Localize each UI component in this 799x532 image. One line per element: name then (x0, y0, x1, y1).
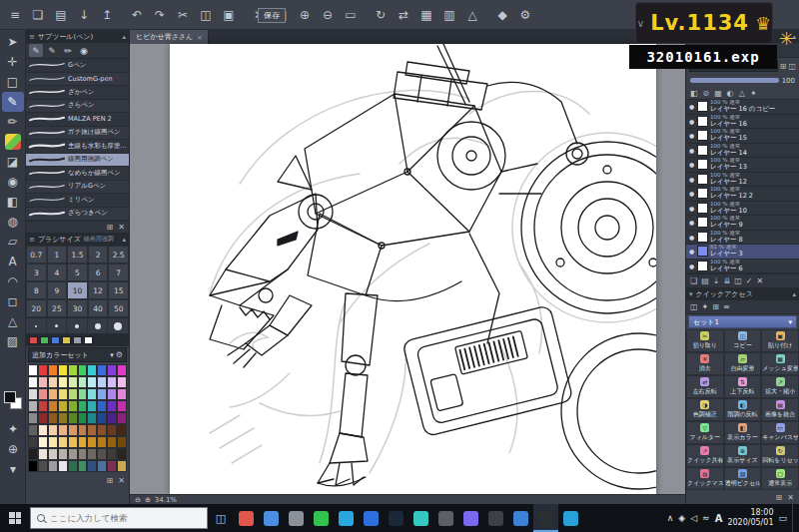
tray-chevron-icon[interactable]: ∧ (667, 513, 674, 523)
color-swatch[interactable] (68, 388, 78, 400)
taskbar-app-6[interactable] (359, 504, 384, 532)
color-swatch[interactable] (58, 376, 68, 388)
quick-access-item-tone-correction[interactable]: ◑色調補正 (686, 398, 724, 421)
color-swatch[interactable] (38, 460, 48, 472)
brush-size-cell[interactable]: 4 (47, 264, 68, 281)
quick-access-item-display-color[interactable]: ◧表示カラー (724, 421, 762, 444)
taskbar-app-2[interactable] (259, 504, 284, 532)
color-swatch[interactable] (48, 412, 58, 424)
brush-size-cell[interactable]: 30 (67, 299, 88, 317)
paste-button[interactable]: ▣ (218, 4, 240, 26)
color-swatch[interactable] (28, 376, 38, 388)
transfer-down-icon[interactable]: ⇣ (713, 276, 720, 285)
figure-tool[interactable]: ▱ (2, 232, 24, 252)
color-swatch[interactable] (107, 400, 117, 412)
layer-visibility-icon[interactable]: ● (688, 118, 695, 125)
quick-access-item-invert-tone[interactable]: ◐階調の反転 (724, 398, 762, 421)
subtool-pen-item[interactable]: 線画用強調ペン (26, 154, 129, 168)
color-set-tab[interactable] (40, 336, 49, 344)
brush-size-cell[interactable]: 2 (88, 246, 109, 264)
task-view-button[interactable]: ◫ (208, 504, 234, 532)
subtool-pen-item[interactable]: さらペン (26, 100, 129, 114)
color-swatch[interactable] (97, 412, 107, 424)
undo-button[interactable]: ↶ (126, 4, 148, 26)
text-tool[interactable]: A (2, 252, 24, 271)
lock-alpha-icon[interactable]: ▦ (714, 89, 722, 98)
brush-size-cell[interactable]: 40 (88, 299, 109, 317)
brush-size-cell[interactable]: 25 (47, 299, 68, 317)
layer-option-button[interactable]: ◫ (788, 62, 796, 71)
quick-access-item-flip-horizontal[interactable]: ⇄左右反転 (686, 375, 724, 398)
tray-icon-1[interactable]: ◈ (678, 513, 685, 523)
network-icon[interactable]: ≈ (702, 513, 710, 523)
document-tab[interactable]: ヒビかせ青ささん ✕ (130, 30, 209, 44)
color-swatch[interactable] (48, 388, 58, 400)
color-swatch[interactable] (117, 460, 127, 472)
taskbar-app-9[interactable] (433, 504, 458, 532)
color-swatch[interactable] (87, 376, 97, 388)
quick-access-item-erase[interactable]: ✕消去 (686, 352, 724, 375)
color-swatch[interactable] (97, 376, 107, 388)
menu-icon[interactable]: ≡ (29, 236, 35, 244)
taskbar-app-8[interactable] (408, 504, 433, 532)
foreground-color-swatch[interactable] (4, 391, 16, 403)
color-swatch[interactable] (117, 400, 127, 412)
color-swatch[interactable] (38, 364, 48, 376)
brush-size-cell[interactable]: 7 (108, 264, 129, 281)
color-swatch[interactable] (107, 376, 117, 388)
color-set-tab[interactable] (84, 336, 93, 344)
quick-access-item-view-size[interactable]: ⊕表示サイズ (724, 444, 762, 467)
brush-size-cell[interactable]: 12 (88, 281, 109, 299)
eraser-tool[interactable]: ◪ (2, 152, 24, 172)
redo-button[interactable]: ↷ (149, 4, 171, 26)
collapse-toolbar[interactable]: ▾ (2, 459, 24, 479)
fill-tool[interactable]: ◧ (2, 192, 24, 212)
color-swatch[interactable] (58, 460, 68, 472)
add-item-icon[interactable]: ⊞ (776, 493, 783, 502)
quick-access-set-select[interactable]: セット1 ▾ (688, 315, 797, 328)
brush-size-cell[interactable]: 9 (47, 281, 68, 299)
quick-access-item-flatten-image[interactable]: ▤画像を統合 (761, 398, 799, 421)
color-set-tab[interactable] (51, 336, 60, 344)
zoom-in-button[interactable]: ⊕ (294, 4, 316, 26)
brush-size-cell[interactable]: 1.5 (67, 246, 88, 264)
brush-size-cell[interactable]: 2.5 (108, 246, 129, 264)
delete-item-icon[interactable]: ✕ (787, 493, 794, 502)
selection-tool[interactable]: □ (2, 72, 24, 92)
color-swatch[interactable] (78, 364, 88, 376)
subtool-pen-item[interactable]: 主線も水彩も厚塗りも一本ですむペン (26, 140, 129, 154)
collapse-icon[interactable]: ▴ (792, 290, 796, 298)
color-swatch[interactable] (97, 388, 107, 400)
fit-to-screen-button[interactable]: ▭ (340, 4, 362, 26)
subtool-pen-item[interactable]: なめらか線画ペン (26, 167, 129, 181)
color-swatch[interactable] (117, 364, 127, 376)
drawing-canvas[interactable] (170, 44, 656, 494)
eyedropper-tool[interactable]: ✦ (2, 419, 24, 439)
grid-button[interactable]: ▦ (415, 4, 437, 26)
taskbar-search-box[interactable] (30, 507, 208, 529)
color-swatch[interactable] (28, 436, 38, 448)
layer-row[interactable]: ●100 % 通常レイヤー 12 (686, 173, 799, 188)
color-swatch[interactable] (87, 448, 97, 460)
cut-button[interactable]: ✂ (172, 4, 194, 26)
quick-access-tab-1[interactable]: ◫ (690, 302, 698, 311)
color-swatch[interactable] (48, 400, 58, 412)
brush-size-cell[interactable]: 3 (26, 264, 47, 281)
color-swatch[interactable] (58, 400, 68, 412)
taskbar-app-14[interactable] (558, 504, 583, 532)
color-swatch[interactable] (68, 424, 78, 436)
subtool-pen-item[interactable]: Gペン (26, 59, 129, 73)
zoom-tool[interactable]: ⊕ (2, 439, 24, 459)
add-color-icon[interactable]: ⊞ (107, 476, 114, 485)
layer-row[interactable]: ●100 % 通常レイヤー 10 (686, 202, 799, 217)
save-file-button[interactable]: ↓ (73, 4, 95, 26)
volume-icon[interactable]: ◁ (690, 513, 697, 523)
brush-size-cell[interactable]: 15 (108, 281, 129, 299)
open-file-button[interactable]: ▤ (50, 4, 72, 26)
blend-tool[interactable]: ◉ (2, 172, 24, 192)
quick-access-item-normal-view[interactable]: ▢通常表示 (761, 467, 799, 490)
layer-visibility-icon[interactable]: ● (688, 176, 695, 183)
new-layer-icon[interactable]: ❏ (690, 276, 697, 285)
taskbar-app-7[interactable] (384, 504, 408, 532)
color-swatch[interactable] (58, 448, 68, 460)
